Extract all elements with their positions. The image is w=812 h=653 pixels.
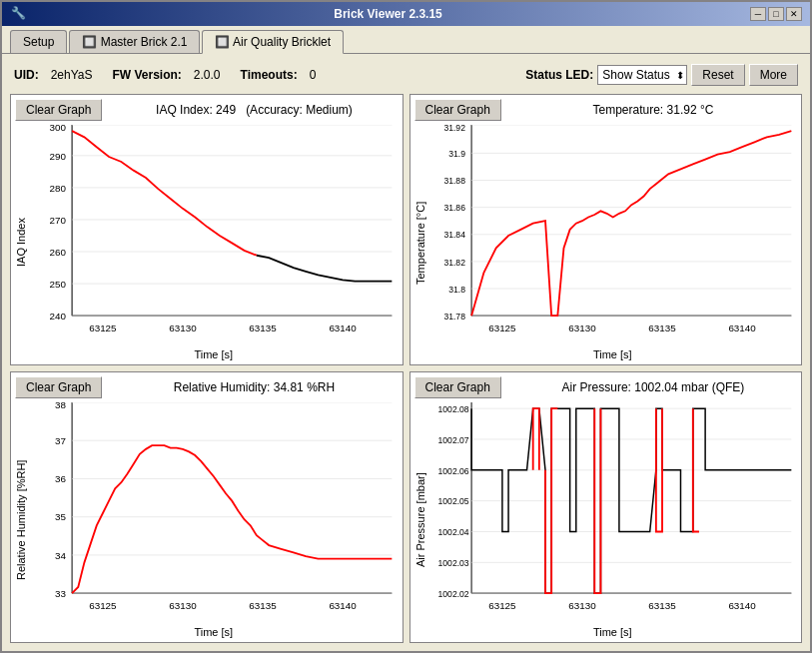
temp-panel: Clear Graph Temperature: 31.92 °C Temper… [409,94,803,365]
svg-text:63135: 63135 [249,600,277,611]
svg-text:63125: 63125 [89,323,117,333]
tab-air-quality[interactable]: 🔲 Air Quality Bricklet [202,30,344,54]
svg-text:63140: 63140 [329,600,357,611]
temp-chart-area: 31.78 31.8 31.82 31.84 31.86 31.88 31.9 … [428,125,798,360]
svg-text:1002.02: 1002.02 [437,589,468,599]
svg-text:63125: 63125 [488,600,516,611]
svg-text:63125: 63125 [488,323,516,333]
status-led-select[interactable]: Show Status Off On [597,65,687,85]
svg-text:31.92: 31.92 [443,125,465,133]
svg-text:34: 34 [55,550,66,561]
humidity-x-label: Time [s] [29,626,399,638]
pressure-x-label: Time [s] [428,626,798,638]
svg-text:1002.08: 1002.08 [437,404,468,414]
timeouts-label: Timeouts: [241,68,298,82]
svg-text:63130: 63130 [568,323,596,333]
pressure-panel: Clear Graph Air Pressure: 1002.04 mbar (… [409,371,803,643]
svg-text:63140: 63140 [728,323,756,333]
humidity-y-label: Relative Humidity [%RH] [15,402,27,638]
svg-text:31.8: 31.8 [448,285,465,295]
humidity-chart-area: 33 34 35 36 37 38 [29,402,399,638]
svg-text:31.88: 31.88 [443,176,465,186]
tab-master-brick[interactable]: 🔲 Master Brick 2.1 [69,30,200,53]
svg-text:63130: 63130 [568,600,596,611]
fw-label: FW Version: [112,68,181,82]
svg-text:37: 37 [55,435,66,446]
svg-text:31.84: 31.84 [443,230,465,240]
temp-header: Clear Graph Temperature: 31.92 °C [414,99,798,121]
temp-title: Temperature: 31.92 °C [509,103,797,117]
iaq-header: Clear Graph IAQ Index: 249 (Accuracy: Me… [15,99,399,121]
title-bar: 🔧 Brick Viewer 2.3.15 ─ □ ✕ [2,2,810,26]
humidity-header: Clear Graph Relative Humidity: 34.81 %RH [15,376,399,398]
fw-value: 2.0.0 [194,68,221,82]
svg-text:1002.04: 1002.04 [437,527,468,537]
svg-text:1002.06: 1002.06 [437,466,468,476]
status-led-select-wrapper[interactable]: Show Status Off On [597,65,687,85]
svg-text:290: 290 [50,151,67,162]
temp-canvas: Temperature [°C] 31.78 31.8 31.82 31.84 … [414,125,798,360]
pressure-title: Air Pressure: 1002.04 mbar (QFE) [509,380,797,394]
svg-text:63130: 63130 [169,323,197,333]
graphs-area: Clear Graph IAQ Index: 249 (Accuracy: Me… [10,94,802,643]
humidity-panel: Clear Graph Relative Humidity: 34.81 %RH… [10,371,404,643]
reset-button[interactable]: Reset [691,64,744,86]
svg-text:63135: 63135 [648,600,676,611]
svg-text:63130: 63130 [169,600,197,611]
svg-text:240: 240 [50,311,67,322]
uid-label: UID: [14,68,39,82]
iaq-y-label: IAQ Index [15,125,27,360]
pressure-svg: 1002.02 1002.03 1002.04 1002.05 1002.06 … [428,402,798,624]
svg-text:1002.03: 1002.03 [437,558,468,568]
temp-x-label: Time [s] [428,348,798,360]
main-window: 🔧 Brick Viewer 2.3.15 ─ □ ✕ Setup 🔲 Mast… [0,0,812,653]
iaq-canvas: IAQ Index 240 250 260 270 280 [15,125,399,360]
minimize-button[interactable]: ─ [750,7,766,21]
humidity-title: Relative Humidity: 34.81 %RH [110,380,398,394]
svg-text:38: 38 [55,402,66,410]
svg-text:31.82: 31.82 [443,258,465,268]
svg-text:36: 36 [55,473,66,484]
svg-text:260: 260 [50,247,67,258]
temp-svg: 31.78 31.8 31.82 31.84 31.86 31.88 31.9 … [428,125,798,346]
maximize-button[interactable]: □ [768,7,784,21]
pressure-clear-button[interactable]: Clear Graph [414,376,501,398]
pressure-canvas: Air Pressure [mbar] 1002.02 1002.03 1002… [414,402,798,638]
iaq-svg: 240 250 260 270 280 290 300 [29,125,399,346]
app-icon: 🔧 [10,6,26,22]
info-bar: UID: 2ehYaS FW Version: 2.0.0 Timeouts: … [10,62,802,88]
close-button[interactable]: ✕ [786,7,802,21]
svg-text:63140: 63140 [728,600,756,611]
status-led-label: Status LED: [525,68,593,82]
svg-text:280: 280 [50,183,67,194]
status-led-group: Status LED: Show Status Off On Reset Mor… [525,64,798,86]
title-controls: ─ □ ✕ [750,7,802,21]
svg-text:63135: 63135 [648,323,676,333]
svg-text:33: 33 [55,588,66,599]
pressure-y-label: Air Pressure [mbar] [414,402,426,638]
svg-text:1002.05: 1002.05 [437,496,468,506]
timeouts-value: 0 [310,68,317,82]
iaq-x-label: Time [s] [29,348,399,360]
temp-y-label: Temperature [°C] [414,125,426,360]
pressure-header: Clear Graph Air Pressure: 1002.04 mbar (… [414,376,798,398]
humidity-svg: 33 34 35 36 37 38 [29,402,399,624]
humidity-clear-button[interactable]: Clear Graph [15,376,102,398]
svg-text:300: 300 [50,125,67,133]
svg-text:31.86: 31.86 [443,203,465,213]
humidity-canvas: Relative Humidity [%RH] 33 34 35 36 37 3… [15,402,399,638]
temp-clear-button[interactable]: Clear Graph [414,99,501,121]
svg-text:31.78: 31.78 [443,312,465,322]
svg-text:35: 35 [55,511,66,522]
tab-bar: Setup 🔲 Master Brick 2.1 🔲 Air Quality B… [2,26,810,54]
iaq-panel: Clear Graph IAQ Index: 249 (Accuracy: Me… [10,94,404,365]
svg-text:1002.07: 1002.07 [437,435,468,445]
iaq-clear-button[interactable]: Clear Graph [15,99,102,121]
tab-setup[interactable]: Setup [10,30,67,53]
iaq-chart-area: 240 250 260 270 280 290 300 [29,125,399,360]
svg-text:63140: 63140 [329,323,357,333]
more-button[interactable]: More [749,64,798,86]
svg-text:63125: 63125 [89,600,117,611]
uid-value: 2ehYaS [51,68,93,82]
svg-text:31.9: 31.9 [448,149,465,159]
